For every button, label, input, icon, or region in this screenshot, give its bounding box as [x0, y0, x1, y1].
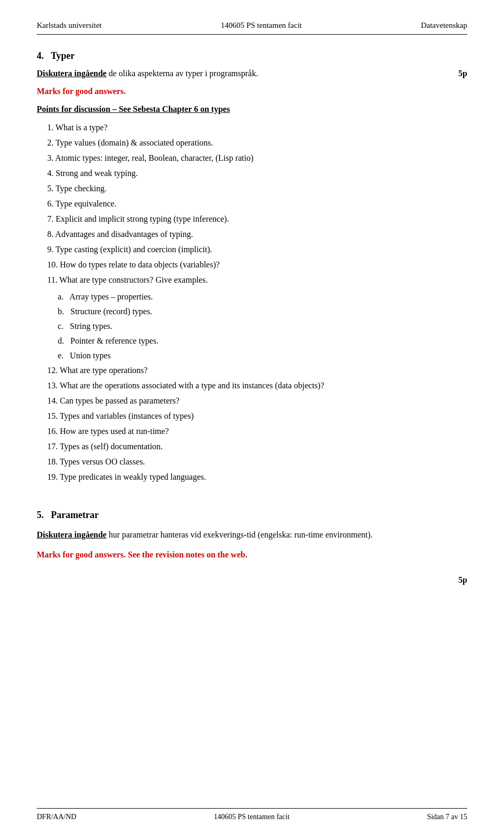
page: Karlstads universitet 140605 PS tentamen…	[0, 0, 504, 837]
sublist-letter-a: a.	[58, 292, 64, 301]
section4-number: 4.	[37, 50, 44, 61]
footer-left: DFR/AA/ND	[37, 813, 76, 821]
list-item: 10. How do types relate to data objects …	[47, 259, 467, 271]
page-footer: DFR/AA/ND 140605 PS tentamen facit Sidan…	[37, 808, 467, 821]
section5-points: 5p	[37, 575, 467, 585]
list-item-12: 12. What are type operations?	[47, 364, 467, 377]
section5-title: Parametrar	[51, 510, 99, 520]
header-left: Karlstads universitet	[37, 21, 102, 30]
list-item-15: 15. Types and variables (instances of ty…	[47, 410, 467, 422]
section5-discussion-underline: Diskutera ingående	[37, 530, 107, 539]
sublist-text-a: Array types – properties.	[69, 292, 153, 301]
list-item: 6. Type equivalence.	[47, 198, 467, 210]
sublist-text-e: Union types	[70, 351, 111, 360]
list-item: 8. Advantages and disadvantages of typin…	[47, 228, 467, 241]
footer-center: 140605 PS tentamen facit	[214, 813, 289, 821]
section4-points-discussion: Points for discussion – See Sebesta Chap…	[37, 105, 467, 114]
section5-discussion: Diskutera ingående hur parametrar hanter…	[37, 528, 467, 542]
section4-discussion-underline: Diskutera ingående	[37, 69, 107, 78]
sublist-letter-c: c.	[58, 322, 64, 330]
section4-discussion-line: Diskutera ingående de olika aspekterna a…	[37, 69, 467, 78]
sublist-item-b: b. Structure (record) types.	[58, 305, 467, 318]
section4-marks: Marks for good answers.	[37, 87, 467, 96]
sublist-letter-e: e.	[58, 351, 64, 360]
list-item-16: 16. How are types used at run-time?	[47, 425, 467, 438]
list-item: 7. Explicit and implicit strong typing (…	[47, 213, 467, 225]
sublist-letter-d: d.	[58, 336, 64, 345]
footer-right: Sidan 7 av 15	[427, 813, 467, 821]
section4-list-after: 12. What are type operations? 13. What a…	[47, 364, 467, 483]
sublist-item-d: d. Pointer & reference types.	[58, 335, 467, 347]
sublist-item-e: e. Union types	[58, 349, 467, 362]
header-center: 140605 PS tentamen facit	[220, 21, 302, 30]
section5-marks-text: Marks for good answers. See the revision…	[37, 550, 247, 559]
section5-marks: Marks for good answers. See the revision…	[37, 550, 467, 560]
list-item: 5. Type checking.	[47, 182, 467, 195]
list-item-18: 18. Types versus OO classes.	[47, 456, 467, 468]
list-item-19: 19. Type predicates in weakly typed lang…	[47, 471, 467, 483]
section5-number: 5.	[37, 510, 44, 520]
section4-list: 1. What is a type? 2. Type values (domai…	[47, 121, 467, 286]
list-item-17: 17. Types as (self) documentation.	[47, 440, 467, 453]
sublist-item-a: a. Array types – properties.	[58, 291, 467, 303]
section4-sublist: a. Array types – properties. b. Structur…	[58, 291, 467, 362]
section5-block: 5. Parametrar Diskutera ingående hur par…	[37, 510, 467, 585]
sublist-text-b: Structure (record) types.	[70, 307, 152, 316]
list-item-13: 13. What are the operations associated w…	[47, 379, 467, 392]
section5-discussion-rest: hur parametrar hanteras vid exekverings-…	[107, 530, 373, 539]
sublist-item-c: c. String types.	[58, 320, 467, 333]
list-item-11: 11. What are type constructors? Give exa…	[47, 274, 467, 286]
section4-heading: 4. Typer	[37, 50, 467, 61]
list-item-14: 14. Can types be passed as parameters?	[47, 395, 467, 407]
list-item: 4. Strong and weak typing.	[47, 167, 467, 180]
sublist-text-d: Pointer & reference types.	[70, 336, 159, 345]
header-right: Datavetenskap	[421, 21, 467, 30]
list-item: 1. What is a type?	[47, 121, 467, 134]
section4-discussion-rest: de olika aspekterna av typer i programsp…	[107, 69, 258, 78]
section4-discussion-text: Diskutera ingående de olika aspekterna a…	[37, 69, 448, 78]
section4-title: Typer	[51, 50, 75, 61]
section4-points: 5p	[458, 69, 467, 78]
sublist-text-c: String types.	[70, 322, 112, 330]
page-header: Karlstads universitet 140605 PS tentamen…	[37, 21, 467, 35]
list-item: 2. Type values (domain) & associated ope…	[47, 137, 467, 149]
list-item: 9. Type casting (explicit) and coercion …	[47, 243, 467, 256]
list-item: 3. Atomic types: integer, real, Boolean,…	[47, 152, 467, 164]
section5-heading: 5. Parametrar	[37, 510, 467, 521]
sublist-letter-b: b.	[58, 307, 64, 316]
